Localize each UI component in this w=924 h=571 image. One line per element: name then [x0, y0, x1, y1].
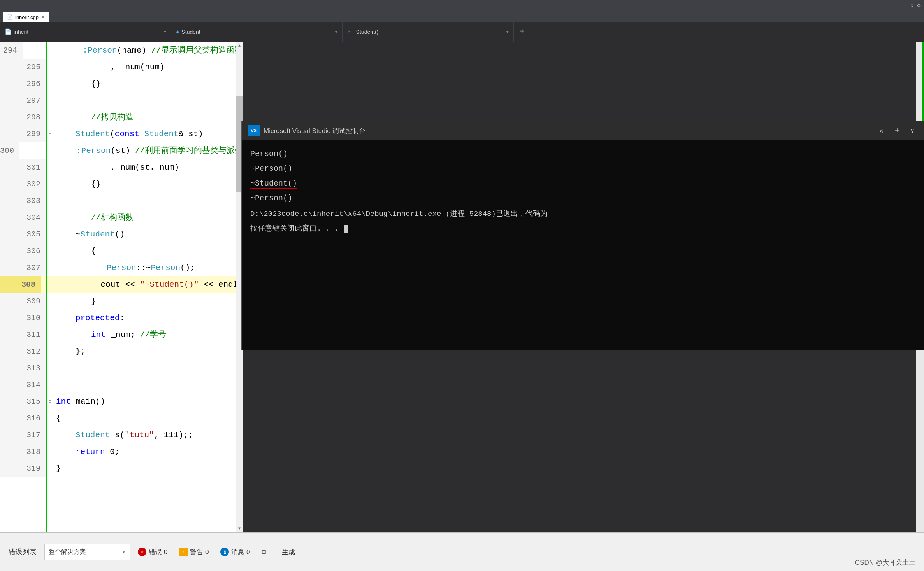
line-content: //析构函数 — [54, 209, 134, 226]
warning-badge[interactable]: ⚠ 警告 0 — [175, 546, 213, 558]
line-number: 319 — [0, 460, 46, 477]
terminal-line-3: ~Student() — [250, 176, 915, 191]
line-content: Student(const Student& st) — [54, 126, 203, 142]
line-number: 297 — [0, 92, 46, 109]
line-content: Student s("tutu", 111);; — [54, 427, 193, 443]
method-dropdown-text: ~Student() — [353, 29, 504, 35]
tab-label: inherit.cpp — [15, 14, 39, 20]
line-number: 309 — [0, 293, 46, 310]
code-line-308: 308 cout << "~Student()" << endl; — [0, 276, 243, 293]
terminal-dropdown-btn[interactable]: ∨ — [907, 125, 917, 136]
terminal-person-line: ~Person() — [250, 194, 292, 203]
line-number: 294 — [0, 42, 23, 59]
terminal-title: Microsoft Visual Studio 调试控制台 — [263, 126, 872, 135]
line-number: 318 — [0, 443, 46, 460]
code-line-301: 301 ,_num(st._num) — [0, 159, 243, 176]
terminal-window: VS Microsoft Visual Studio 调试控制台 ✕ + ∨ P… — [241, 121, 924, 350]
code-line-297: 297 — [0, 92, 243, 109]
line-number: 302 — [0, 176, 46, 193]
line-content: { — [54, 410, 61, 427]
terminal-student-line: ~Student() — [250, 179, 297, 189]
code-line-311: 311 int _num; //学号 — [0, 326, 243, 343]
scrollbar-up-arrow[interactable]: ▲ — [236, 42, 243, 49]
line-content: } — [54, 293, 96, 310]
code-line-309: 309 } — [0, 293, 243, 310]
scrollbar-down-arrow[interactable]: ▼ — [236, 525, 243, 532]
code-line-304: 304 //析构函数 — [0, 209, 243, 226]
settings-icon[interactable]: ⚙ — [917, 2, 921, 9]
line-content: protected: — [54, 310, 125, 326]
file-dropdown[interactable]: 📄 inherit ▼ — [0, 22, 171, 42]
filter-icon[interactable]: ⊟ — [258, 546, 270, 558]
class-dropdown[interactable]: ◆ Student ▼ — [171, 22, 343, 42]
terminal-cursor — [344, 225, 348, 233]
line-content: Person::~Person(); — [54, 259, 195, 276]
code-line-319: 319 } — [0, 460, 243, 477]
method-dropdown[interactable]: ◇ ~Student() ▼ — [343, 22, 514, 42]
code-line-306: 306 { — [0, 243, 243, 259]
bottom-error-panel: 错误列表 整个解决方案 ▼ ✕ 错误 0 ⚠ 警告 0 ℹ 消息 0 ⊟ 生成 … — [0, 532, 924, 571]
terminal-add-btn[interactable]: + — [891, 124, 903, 137]
navigation-bar: 📄 inherit ▼ ◆ Student ▼ ◇ ~Student() ▼ + — [0, 22, 924, 42]
info-icon: ℹ — [220, 548, 229, 556]
code-line-302: 302 {} — [0, 176, 243, 193]
code-line-312: 312 }; — [0, 343, 243, 360]
code-line-316: 316 { — [0, 410, 243, 427]
code-line-305: 305 ⊟ ~Student() — [0, 226, 243, 243]
class-dropdown-arrow: ▼ — [335, 30, 337, 34]
line-number: 317 — [0, 427, 46, 443]
line-number: 313 — [0, 360, 46, 377]
code-line-314: 314 — [0, 377, 243, 393]
method-dropdown-arrow: ▼ — [506, 30, 509, 34]
line-number: 301 — [0, 159, 46, 176]
left-margin-bar — [46, 42, 47, 532]
line-number: 307 — [0, 259, 46, 276]
line-number: 315 — [0, 393, 46, 410]
info-badge[interactable]: ℹ 消息 0 — [216, 546, 254, 558]
line-number: 296 — [0, 75, 46, 92]
error-icon: ✕ — [138, 548, 146, 556]
code-line-317: 317 Student s("tutu", 111);; — [0, 427, 243, 443]
build-button[interactable]: 生成 — [276, 546, 300, 558]
file-dropdown-icon: 📄 — [5, 28, 11, 35]
line-number: 299 — [0, 126, 46, 142]
line-number: 308 — [0, 276, 41, 293]
code-line-307: 307 Person::~Person(); — [0, 259, 243, 276]
terminal-prompt-line: 按任意键关闭此窗口. . . — [250, 221, 915, 236]
line-number: 314 — [0, 377, 46, 393]
line-content: { — [54, 243, 96, 259]
code-line-315: 315 ⊟ int main() — [0, 393, 243, 410]
line-number: 295 — [0, 59, 46, 75]
code-line-298: 298 //拷贝构造 — [0, 109, 243, 126]
terminal-path-line: D:\2023code.c\inherit\x64\Debug\inherit.… — [250, 207, 915, 221]
filter-dropdown[interactable]: 整个解决方案 ▼ — [44, 544, 130, 560]
code-line-299: 299 ⊟ Student(const Student& st) — [0, 126, 243, 142]
line-content: }; — [54, 343, 85, 360]
line-content: , _num(num) — [54, 59, 165, 75]
terminal-close-btn[interactable]: ✕ — [876, 125, 887, 137]
tab-close-icon[interactable]: ✕ — [41, 14, 45, 20]
line-content: {} — [54, 75, 101, 92]
line-number: 306 — [0, 243, 46, 259]
error-panel-title: 错误列表 — [5, 547, 40, 557]
line-number: 298 — [0, 109, 46, 126]
code-line-300: 300 :Person(st) //利用前面学习的基类与派生类的赋值转换 — [0, 142, 243, 159]
code-line-294: 294 :Person(name) //显示调用父类构造函数 — [0, 42, 243, 59]
line-content: } — [54, 460, 61, 477]
line-content: int main() — [54, 393, 105, 410]
terminal-content[interactable]: Person() ~Person() ~Student() ~Person() … — [242, 140, 924, 350]
line-content: int _num; //学号 — [54, 326, 166, 343]
line-number: 305 — [0, 226, 46, 243]
line-number: 316 — [0, 410, 46, 427]
line-content: cout << "~Student()" << endl; — [48, 276, 243, 293]
method-dropdown-icon: ◇ — [347, 28, 350, 35]
line-number: 311 — [0, 326, 46, 343]
error-badge[interactable]: ✕ 错误 0 — [134, 546, 171, 558]
class-dropdown-icon: ◆ — [176, 28, 179, 35]
top-toolbar: ↕ ⚙ — [0, 0, 924, 11]
expand-icon[interactable]: ↕ — [910, 2, 914, 9]
file-dropdown-arrow: ▼ — [163, 30, 166, 34]
nav-add-button[interactable]: + — [514, 22, 531, 42]
code-editor[interactable]: 294 :Person(name) //显示调用父类构造函数 295 , _nu… — [0, 42, 243, 532]
tab-inherit-cpp[interactable]: 📄 inherit.cpp ✕ — [3, 12, 49, 22]
